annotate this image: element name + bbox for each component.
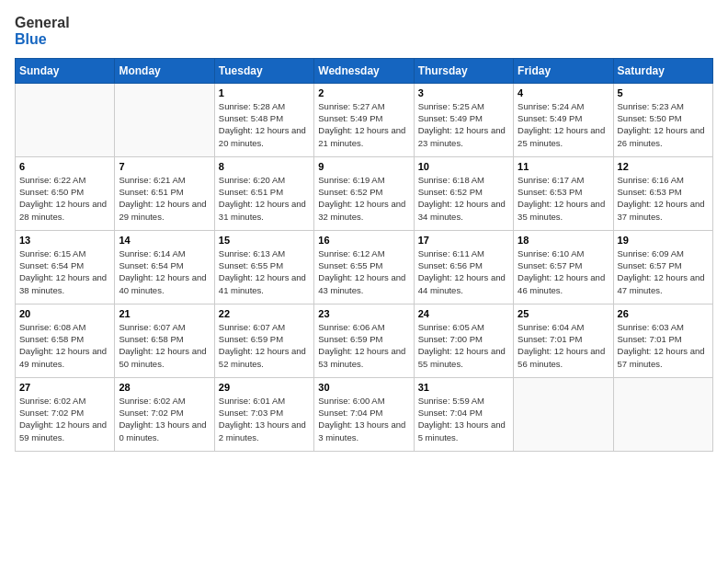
calendar-cell: 9Sunrise: 6:19 AMSunset: 6:52 PMDaylight… — [314, 156, 414, 230]
day-info: Sunrise: 6:20 AMSunset: 6:51 PMDaylight:… — [219, 174, 310, 223]
day-number: 20 — [19, 308, 110, 319]
day-number: 31 — [418, 382, 509, 393]
day-info: Sunrise: 6:15 AMSunset: 6:54 PMDaylight:… — [19, 247, 110, 296]
calendar-cell — [613, 377, 712, 451]
day-number: 18 — [518, 235, 609, 246]
calendar-cell: 26Sunrise: 6:03 AMSunset: 7:01 PMDayligh… — [613, 304, 712, 377]
calendar-cell: 1Sunrise: 5:28 AMSunset: 5:48 PMDaylight… — [214, 83, 313, 156]
calendar-cell: 8Sunrise: 6:20 AMSunset: 6:51 PMDaylight… — [214, 156, 313, 230]
calendar-cell: 17Sunrise: 6:11 AMSunset: 6:56 PMDayligh… — [414, 230, 513, 304]
calendar-week-2: 6Sunrise: 6:22 AMSunset: 6:50 PMDaylight… — [16, 156, 713, 230]
calendar-table: SundayMondayTuesdayWednesdayThursdayFrid… — [15, 58, 713, 452]
calendar-week-1: 1Sunrise: 5:28 AMSunset: 5:48 PMDaylight… — [16, 83, 713, 156]
calendar-cell: 13Sunrise: 6:15 AMSunset: 6:54 PMDayligh… — [16, 230, 115, 304]
day-info: Sunrise: 6:11 AMSunset: 6:56 PMDaylight:… — [418, 247, 509, 296]
calendar-cell: 14Sunrise: 6:14 AMSunset: 6:54 PMDayligh… — [115, 230, 214, 304]
day-info: Sunrise: 5:59 AMSunset: 7:04 PMDaylight:… — [418, 395, 509, 443]
logo: GeneralBlue — [15, 15, 70, 49]
day-number: 12 — [618, 161, 709, 172]
day-info: Sunrise: 6:02 AMSunset: 7:02 PMDaylight:… — [119, 395, 210, 443]
day-info: Sunrise: 6:12 AMSunset: 6:55 PMDaylight:… — [318, 247, 409, 296]
day-info: Sunrise: 6:01 AMSunset: 7:03 PMDaylight:… — [219, 395, 310, 443]
day-info: Sunrise: 6:02 AMSunset: 7:02 PMDaylight:… — [19, 395, 110, 443]
day-info: Sunrise: 5:24 AMSunset: 5:49 PMDaylight:… — [518, 100, 609, 149]
header-cell-saturday: Saturday — [613, 58, 712, 83]
calendar-cell: 7Sunrise: 6:21 AMSunset: 6:51 PMDaylight… — [115, 156, 214, 230]
day-info: Sunrise: 5:23 AMSunset: 5:50 PMDaylight:… — [618, 100, 709, 149]
day-number: 14 — [119, 235, 210, 246]
day-info: Sunrise: 6:05 AMSunset: 7:00 PMDaylight:… — [418, 321, 509, 370]
page-header: GeneralBlue — [15, 15, 713, 49]
calendar-cell: 23Sunrise: 6:06 AMSunset: 6:59 PMDayligh… — [314, 304, 414, 377]
logo-blue: Blue — [15, 31, 70, 48]
day-number: 27 — [19, 382, 110, 393]
day-number: 9 — [318, 161, 409, 172]
day-number: 2 — [318, 87, 409, 98]
day-info: Sunrise: 6:16 AMSunset: 6:53 PMDaylight:… — [618, 174, 709, 223]
day-info: Sunrise: 6:07 AMSunset: 6:59 PMDaylight:… — [219, 321, 310, 370]
calendar-cell: 16Sunrise: 6:12 AMSunset: 6:55 PMDayligh… — [314, 230, 414, 304]
day-number: 8 — [219, 161, 310, 172]
day-number: 17 — [418, 235, 509, 246]
logo-general: General — [15, 15, 70, 31]
day-info: Sunrise: 5:27 AMSunset: 5:49 PMDaylight:… — [318, 100, 409, 149]
day-number: 23 — [318, 308, 409, 319]
day-info: Sunrise: 6:22 AMSunset: 6:50 PMDaylight:… — [19, 174, 110, 223]
day-number: 24 — [418, 308, 509, 319]
calendar-cell: 11Sunrise: 6:17 AMSunset: 6:53 PMDayligh… — [514, 156, 613, 230]
header-cell-monday: Monday — [115, 58, 214, 83]
day-number: 3 — [418, 87, 509, 98]
calendar-cell: 20Sunrise: 6:08 AMSunset: 6:58 PMDayligh… — [16, 304, 115, 377]
day-number: 15 — [219, 235, 310, 246]
calendar-cell: 24Sunrise: 6:05 AMSunset: 7:00 PMDayligh… — [414, 304, 513, 377]
calendar-cell: 31Sunrise: 5:59 AMSunset: 7:04 PMDayligh… — [414, 377, 513, 451]
day-number: 26 — [618, 308, 709, 319]
day-info: Sunrise: 6:21 AMSunset: 6:51 PMDaylight:… — [119, 174, 210, 223]
calendar-week-4: 20Sunrise: 6:08 AMSunset: 6:58 PMDayligh… — [16, 304, 713, 377]
header-cell-tuesday: Tuesday — [214, 58, 313, 83]
day-number: 6 — [19, 161, 110, 172]
calendar-cell: 25Sunrise: 6:04 AMSunset: 7:01 PMDayligh… — [514, 304, 613, 377]
day-info: Sunrise: 6:03 AMSunset: 7:01 PMDaylight:… — [618, 321, 709, 370]
calendar-cell: 3Sunrise: 5:25 AMSunset: 5:49 PMDaylight… — [414, 83, 513, 156]
calendar-cell: 18Sunrise: 6:10 AMSunset: 6:57 PMDayligh… — [514, 230, 613, 304]
calendar-cell: 21Sunrise: 6:07 AMSunset: 6:58 PMDayligh… — [115, 304, 214, 377]
header-cell-thursday: Thursday — [414, 58, 513, 83]
calendar-cell: 6Sunrise: 6:22 AMSunset: 6:50 PMDaylight… — [16, 156, 115, 230]
calendar-cell — [115, 83, 214, 156]
day-number: 25 — [518, 308, 609, 319]
day-info: Sunrise: 6:14 AMSunset: 6:54 PMDaylight:… — [119, 247, 210, 296]
calendar-cell — [514, 377, 613, 451]
day-info: Sunrise: 6:19 AMSunset: 6:52 PMDaylight:… — [318, 174, 409, 223]
calendar-week-5: 27Sunrise: 6:02 AMSunset: 7:02 PMDayligh… — [16, 377, 713, 451]
day-info: Sunrise: 6:08 AMSunset: 6:58 PMDaylight:… — [19, 321, 110, 370]
calendar-cell: 27Sunrise: 6:02 AMSunset: 7:02 PMDayligh… — [16, 377, 115, 451]
day-number: 30 — [318, 382, 409, 393]
day-info: Sunrise: 6:09 AMSunset: 6:57 PMDaylight:… — [618, 247, 709, 296]
calendar-cell: 30Sunrise: 6:00 AMSunset: 7:04 PMDayligh… — [314, 377, 414, 451]
header-cell-wednesday: Wednesday — [314, 58, 414, 83]
calendar-cell: 15Sunrise: 6:13 AMSunset: 6:55 PMDayligh… — [214, 230, 313, 304]
calendar-cell: 28Sunrise: 6:02 AMSunset: 7:02 PMDayligh… — [115, 377, 214, 451]
day-info: Sunrise: 6:13 AMSunset: 6:55 PMDaylight:… — [219, 247, 310, 296]
day-number: 1 — [219, 87, 310, 98]
calendar-cell: 10Sunrise: 6:18 AMSunset: 6:52 PMDayligh… — [414, 156, 513, 230]
day-info: Sunrise: 6:10 AMSunset: 6:57 PMDaylight:… — [518, 247, 609, 296]
calendar-cell — [16, 83, 115, 156]
day-number: 21 — [119, 308, 210, 319]
calendar-body: 1Sunrise: 5:28 AMSunset: 5:48 PMDaylight… — [16, 83, 713, 451]
day-info: Sunrise: 6:06 AMSunset: 6:59 PMDaylight:… — [318, 321, 409, 370]
calendar-cell: 12Sunrise: 6:16 AMSunset: 6:53 PMDayligh… — [613, 156, 712, 230]
calendar-cell: 22Sunrise: 6:07 AMSunset: 6:59 PMDayligh… — [214, 304, 313, 377]
calendar-cell: 29Sunrise: 6:01 AMSunset: 7:03 PMDayligh… — [214, 377, 313, 451]
day-number: 4 — [518, 87, 609, 98]
calendar-header-row: SundayMondayTuesdayWednesdayThursdayFrid… — [16, 58, 713, 83]
header-cell-sunday: Sunday — [16, 58, 115, 83]
calendar-week-3: 13Sunrise: 6:15 AMSunset: 6:54 PMDayligh… — [16, 230, 713, 304]
day-info: Sunrise: 5:25 AMSunset: 5:49 PMDaylight:… — [418, 100, 509, 149]
header-cell-friday: Friday — [514, 58, 613, 83]
day-number: 29 — [219, 382, 310, 393]
calendar-cell: 2Sunrise: 5:27 AMSunset: 5:49 PMDaylight… — [314, 83, 414, 156]
day-number: 10 — [418, 161, 509, 172]
day-number: 22 — [219, 308, 310, 319]
